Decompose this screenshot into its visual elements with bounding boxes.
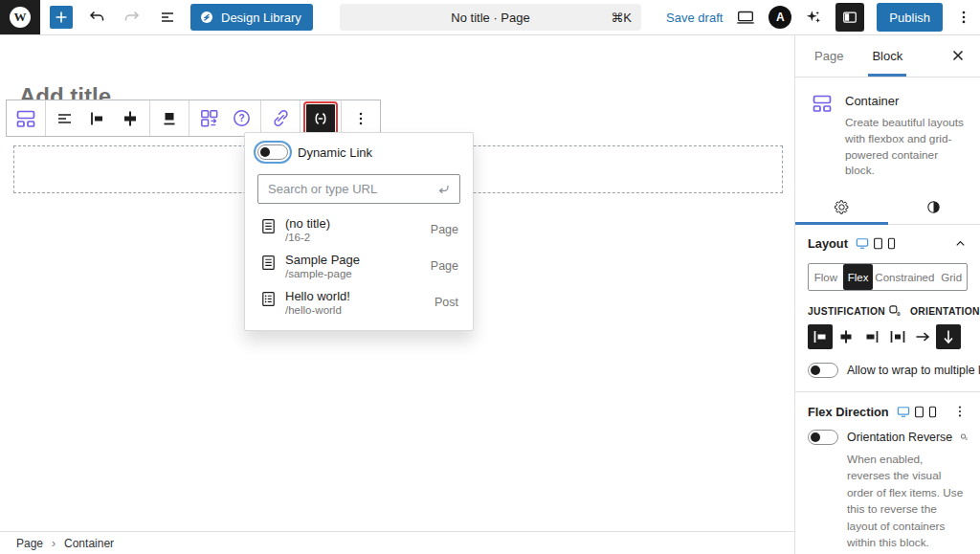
block-card-description: Create beautiful layouts with flexbox an… bbox=[845, 115, 965, 179]
layout-panel: Layout Flow Flex Constrained Grid bbox=[795, 225, 980, 392]
block-card: Container Create beautiful layouts with … bbox=[795, 78, 980, 190]
flex-direction-help: When enabled, reverses the visual order … bbox=[847, 452, 968, 552]
container-block-icon bbox=[14, 107, 37, 130]
layout-mode-flow[interactable]: Flow bbox=[809, 264, 843, 290]
wrap-toggle[interactable] bbox=[808, 363, 838, 378]
tab-settings[interactable] bbox=[795, 190, 888, 224]
plugin-avatar-button[interactable]: A bbox=[768, 6, 791, 29]
dynamic-link-icon bbox=[311, 109, 330, 128]
phone-icon[interactable] bbox=[887, 237, 896, 250]
collapse-panel-button[interactable] bbox=[953, 236, 968, 251]
orientation-reverse-label: Orientation Reverse bbox=[847, 431, 952, 444]
flex-direction-title: Flex Direction bbox=[808, 405, 889, 419]
tablet-icon[interactable] bbox=[914, 406, 924, 418]
link-popover: Dynamic Link (no title) /16-2 Page bbox=[244, 132, 474, 331]
justify-space-between-button[interactable] bbox=[885, 324, 910, 349]
topbar-right-cluster: Save draft A Publish bbox=[666, 0, 972, 34]
tab-block[interactable]: Block bbox=[868, 35, 906, 77]
orientation-vertical-button[interactable] bbox=[936, 324, 961, 349]
layout-mode-grid[interactable]: Grid bbox=[936, 264, 967, 290]
more-options-icon bbox=[952, 404, 968, 419]
close-sidebar-button[interactable] bbox=[947, 46, 969, 67]
laptop-icon bbox=[735, 7, 756, 28]
vertical-center-icon bbox=[120, 108, 141, 129]
dynamic-link-toggle[interactable] bbox=[257, 144, 288, 160]
tab-page[interactable]: Page bbox=[811, 35, 847, 77]
phone-icon[interactable] bbox=[928, 406, 937, 418]
settings-sidebar-toggle[interactable] bbox=[835, 3, 864, 32]
desktop-icon[interactable] bbox=[897, 406, 910, 418]
justify-left-button[interactable] bbox=[81, 103, 114, 134]
plus-icon bbox=[53, 9, 70, 26]
link-suggestion-row[interactable]: (no title) /16-2 Page bbox=[257, 211, 460, 248]
editor-canvas[interactable]: Add title bbox=[0, 35, 794, 531]
save-draft-button[interactable]: Save draft bbox=[666, 11, 723, 25]
settings-sidebar: Page Block Container Create beautiful la… bbox=[794, 35, 980, 554]
breadcrumb-page[interactable]: Page bbox=[16, 537, 43, 550]
breadcrumb-separator: › bbox=[52, 537, 56, 550]
layout-grid-swap-icon bbox=[198, 107, 220, 129]
block-options-button[interactable] bbox=[345, 103, 377, 134]
suggestion-slug: /16-2 bbox=[285, 232, 423, 243]
publish-button[interactable]: Publish bbox=[877, 3, 943, 32]
orientation-horizontal-button[interactable] bbox=[910, 324, 935, 349]
arrow-right-icon bbox=[913, 327, 932, 346]
layout-mode-constrained[interactable]: Constrained bbox=[873, 264, 936, 290]
options-menu-button[interactable] bbox=[955, 9, 972, 26]
align-button[interactable] bbox=[49, 103, 81, 134]
link-button[interactable] bbox=[264, 103, 297, 134]
vertical-align-button[interactable] bbox=[114, 103, 146, 134]
breadcrumb-container[interactable]: Container bbox=[64, 537, 114, 550]
document-title: No title · Page bbox=[451, 11, 529, 25]
design-library-button[interactable]: Design Library bbox=[190, 4, 313, 31]
layout-mode-flex[interactable]: Flex bbox=[843, 264, 874, 290]
suggestion-title: Sample Page bbox=[285, 253, 423, 267]
justification-label: JUSTIFICATION bbox=[808, 306, 885, 317]
redo-button[interactable] bbox=[121, 6, 144, 29]
layout-mode-control: Flow Flex Constrained Grid bbox=[808, 263, 968, 291]
redo-icon bbox=[122, 8, 142, 27]
block-inserter-button[interactable] bbox=[50, 6, 73, 29]
link-suggestion-row[interactable]: Hello world! /hello-world Post bbox=[257, 284, 460, 321]
min-height-button[interactable] bbox=[153, 103, 186, 134]
container-block-icon bbox=[811, 92, 834, 115]
styles-icon bbox=[925, 199, 942, 215]
suggestion-slug: /hello-world bbox=[285, 304, 427, 316]
ai-assistant-button[interactable] bbox=[804, 8, 823, 27]
document-title-bar[interactable]: No title · Page ⌘K bbox=[340, 4, 641, 31]
justify-left-button[interactable] bbox=[808, 324, 833, 349]
design-library-label: Design Library bbox=[221, 11, 301, 25]
page-icon bbox=[259, 254, 278, 272]
panel-options-button[interactable] bbox=[952, 404, 968, 419]
dynamic-link-button[interactable] bbox=[306, 104, 335, 133]
sidebar-header: Page Block bbox=[795, 35, 980, 78]
justification-options bbox=[808, 324, 910, 349]
avatar-letter: A bbox=[776, 11, 785, 24]
justify-center-button[interactable] bbox=[834, 324, 858, 349]
desktop-icon[interactable] bbox=[856, 237, 869, 250]
wordpress-menu-button[interactable]: W bbox=[0, 0, 40, 34]
post-icon bbox=[259, 290, 278, 308]
preview-button[interactable] bbox=[735, 7, 756, 28]
justify-right-icon bbox=[862, 327, 881, 346]
sparkles-icon bbox=[804, 8, 823, 27]
suggestion-slug: /sample-page bbox=[285, 268, 423, 279]
gear-icon bbox=[834, 199, 850, 215]
layout-transform-button[interactable] bbox=[192, 103, 225, 134]
layout-panel-title: Layout bbox=[808, 236, 848, 251]
document-overview-button[interactable] bbox=[156, 6, 179, 29]
svg-text:0: 0 bbox=[966, 437, 968, 441]
help-button[interactable]: ? bbox=[225, 103, 257, 134]
undo-button[interactable] bbox=[85, 6, 108, 29]
container-block-switcher-button[interactable] bbox=[10, 103, 42, 134]
tab-styles[interactable] bbox=[888, 190, 980, 224]
link-suggestion-row[interactable]: Sample Page /sample-page Page bbox=[257, 248, 460, 284]
tablet-icon[interactable] bbox=[873, 237, 883, 250]
help-icon: ? bbox=[231, 107, 253, 129]
orientation-reverse-toggle[interactable] bbox=[808, 430, 838, 445]
more-options-icon bbox=[955, 9, 972, 26]
justify-right-button[interactable] bbox=[859, 324, 884, 349]
top-toolbar: W Design Library No title · Page ⌘K Save… bbox=[0, 0, 980, 35]
url-search-input[interactable] bbox=[268, 182, 429, 196]
url-search-field[interactable] bbox=[257, 174, 460, 204]
